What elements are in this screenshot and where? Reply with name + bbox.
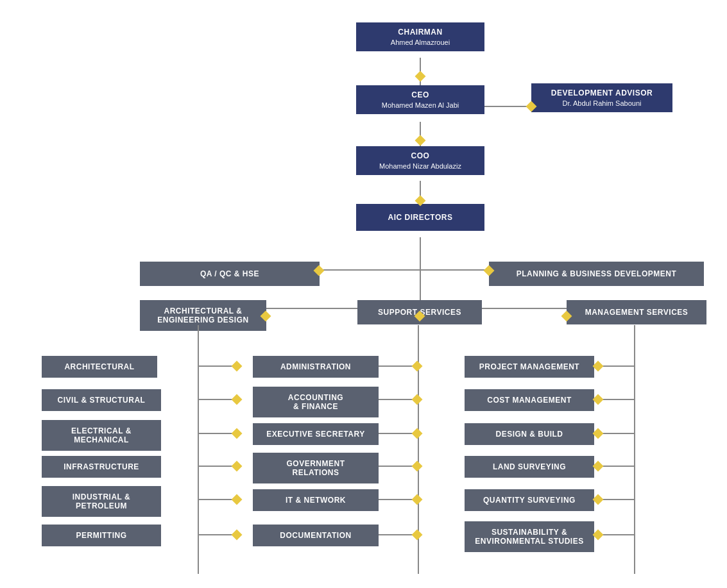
industrial-title: INDUSTRIAL & PETROLEUM [51, 492, 152, 510]
architectural-box: ARCHITECTURAL [42, 356, 157, 378]
chairman-subtitle: Ahmed Almazrouei [364, 38, 477, 46]
electrical-box: ELECTRICAL & MECHANICAL [42, 420, 161, 451]
sustainability-box: SUSTAINABILITY & ENVIRONMENTAL STUDIES [465, 521, 594, 552]
line-ceo-dev-h [484, 106, 531, 107]
diamond-gov [412, 461, 423, 472]
qty-surveying-box: QUANTITY SURVEYING [465, 489, 594, 511]
arch-title: ARCHITECTURAL [51, 362, 148, 371]
accounting-box: ACCOUNTING & FINANCE [253, 387, 379, 417]
diamond-qty [593, 494, 604, 505]
mgmt-title: MANAGEMENT SERVICES [576, 308, 697, 317]
diamond-exec [412, 428, 423, 439]
civil-title: CIVIL & STRUCTURAL [51, 396, 152, 405]
diamond-sustain [593, 530, 604, 541]
infra-title: INFRASTRUCTURE [51, 462, 152, 471]
qa-title: QA / QC & HSE [149, 269, 311, 278]
ceo-box: CEO Mohamed Mazen Al Jabi [356, 85, 484, 114]
land-title: LAND SURVEYING [474, 462, 585, 471]
dev-advisor-title: DEVELOPMENT ADVISOR [539, 88, 665, 97]
administration-box: ADMINISTRATION [253, 356, 379, 378]
diamond-civil [232, 394, 243, 405]
exec-secretary-box: EXECUTIVE SECRETARY [253, 423, 379, 445]
diamond-admin [412, 361, 423, 372]
design-title: DESIGN & BUILD [474, 430, 585, 439]
chairman-box: CHAIRMAN Ahmed Almazrouei [356, 22, 484, 51]
arch-eng-title: ARCHITECTURAL & ENGINEERING DESIGN [149, 307, 257, 324]
cost-mgmt-box: COST MANAGEMENT [465, 389, 594, 411]
dev-advisor-subtitle: Dr. Abdul Rahim Sabouni [539, 99, 665, 107]
infrastructure-box: INFRASTRUCTURE [42, 456, 161, 478]
admin-title: ADMINISTRATION [262, 362, 370, 371]
proj-title: PROJECT MANAGEMENT [474, 362, 585, 371]
diamond-permit [232, 530, 243, 541]
ceo-title: CEO [364, 90, 477, 99]
permit-title: PERMITTING [51, 531, 152, 540]
qty-title: QUANTITY SURVEYING [474, 496, 585, 505]
diamond-doc [412, 530, 423, 541]
qa-box: QA / QC & HSE [140, 262, 320, 286]
civil-box: CIVIL & STRUCTURAL [42, 389, 161, 411]
ceo-subtitle: Mohamed Mazen Al Jabi [364, 101, 477, 109]
coo-subtitle: Mohamed Nizar Abdulaziz [364, 162, 477, 170]
diamond-elec [232, 428, 243, 439]
proj-mgmt-box: PROJECT MANAGEMENT [465, 356, 594, 378]
it-title: IT & NETWORK [262, 496, 370, 505]
it-network-box: IT & NETWORK [253, 489, 379, 511]
diamond-acct [412, 394, 423, 405]
permitting-box: PERMITTING [42, 525, 161, 546]
exec-title: EXECUTIVE SECRETARY [262, 430, 370, 439]
line-mgmt-v [634, 325, 635, 574]
aic-title: AIC DIRECTORS [364, 213, 477, 222]
coo-title: COO [364, 151, 477, 160]
planning-box: PLANNING & BUSINESS DEVELOPMENT [489, 262, 704, 286]
chairman-title: CHAIRMAN [364, 28, 477, 37]
arch-eng-box: ARCHITECTURAL & ENGINEERING DESIGN [140, 300, 266, 331]
diamond-infra [232, 461, 243, 472]
diamond-design [593, 428, 604, 439]
doc-title: DOCUMENTATION [262, 531, 370, 540]
diamond-proj [593, 361, 604, 372]
industrial-box: INDUSTRIAL & PETROLEUM [42, 486, 161, 517]
line-aic-down [420, 237, 421, 269]
planning-title: PLANNING & BUSINESS DEVELOPMENT [498, 269, 695, 278]
diamond-ceo [415, 135, 426, 146]
diamond-industrial [232, 494, 243, 505]
land-surveying-box: LAND SURVEYING [465, 456, 594, 478]
design-build-box: DESIGN & BUILD [465, 423, 594, 445]
sustain-title: SUSTAINABILITY & ENVIRONMENTAL STUDIES [474, 528, 585, 546]
line-arch-v [198, 325, 199, 574]
dev-advisor-box: DEVELOPMENT ADVISOR Dr. Abdul Rahim Sabo… [531, 83, 672, 112]
acct-title: ACCOUNTING & FINANCE [262, 393, 370, 411]
diamond-cost [593, 394, 604, 405]
diamond-land [593, 461, 604, 472]
coo-box: COO Mohamed Nizar Abdulaziz [356, 146, 484, 175]
documentation-box: DOCUMENTATION [253, 525, 379, 546]
elec-title: ELECTRICAL & MECHANICAL [51, 426, 152, 444]
diamond-it [412, 494, 423, 505]
mgmt-box: MANAGEMENT SERVICES [567, 300, 706, 324]
diamond-chairman [415, 71, 426, 82]
gov-title: GOVERNMENT RELATIONS [262, 459, 370, 477]
diamond-arch1 [232, 361, 243, 372]
gov-relations-box: GOVERNMENT RELATIONS [253, 453, 379, 483]
org-chart: CHAIRMAN Ahmed Almazrouei CEO Mohamed Ma… [0, 0, 727, 588]
aic-box: AIC DIRECTORS [356, 204, 484, 231]
cost-title: COST MANAGEMENT [474, 396, 585, 405]
